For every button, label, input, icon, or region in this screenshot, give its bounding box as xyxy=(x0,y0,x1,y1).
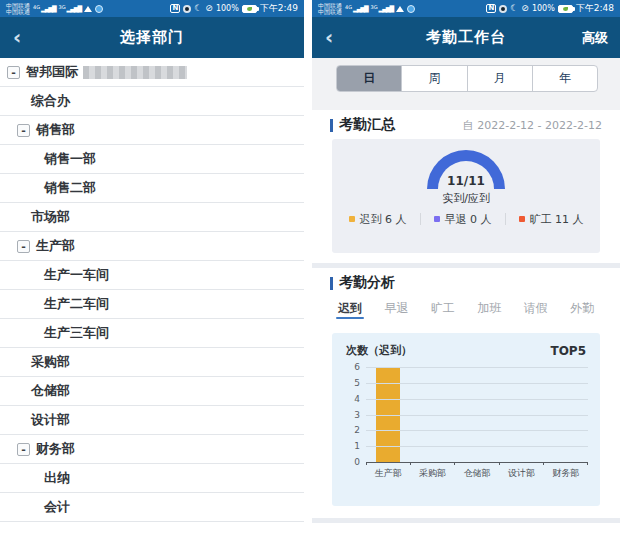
tree-row[interactable]: 生产三车间 xyxy=(0,319,304,348)
status-bar: 中国联通 中国联通 4G ▂▄▆█ 3G ▂▄▆█ N ☾ ⊘ 100% 下午2… xyxy=(0,0,304,17)
tab-early-leave[interactable]: 早退 xyxy=(382,296,410,320)
advanced-button[interactable]: 高级 xyxy=(582,17,608,58)
app-notification-icon xyxy=(407,5,415,13)
legend-swatch-late xyxy=(349,216,355,222)
carrier-line2: 中国联通 xyxy=(6,9,30,15)
gridline xyxy=(366,399,588,400)
x-tick-label: 设计部 xyxy=(499,467,543,480)
network-type-label-2: 3G xyxy=(371,5,378,10)
tree-row-label: 财务部 xyxy=(36,440,75,458)
nfc-icon: N xyxy=(486,4,496,13)
tree-row-label: 销售部 xyxy=(36,121,75,139)
top5-badge: TOP5 xyxy=(550,344,586,358)
y-tick-label: 2 xyxy=(340,425,360,435)
night-mode-icon: ☾ xyxy=(510,4,518,13)
tree-row[interactable]: - 智邦国际 xyxy=(0,58,304,87)
redacted-text xyxy=(83,66,187,79)
tree-row-label: 生产部 xyxy=(36,237,75,255)
screenshot-canvas: 中国联通 中国联通 4G ▂▄▆█ 3G ▂▄▆█ N ☾ ⊘ 100% 下午2… xyxy=(0,0,620,533)
page-title: 选择部门 xyxy=(0,17,304,58)
tab-field-work[interactable]: 外勤 xyxy=(568,296,596,320)
tab-late[interactable]: 迟到 xyxy=(336,296,364,320)
section-title: 考勤汇总 xyxy=(339,116,395,134)
tree-row-label: 销售一部 xyxy=(44,150,96,168)
gauge-value: 11/11 xyxy=(407,174,525,188)
tree-row-label: 生产三车间 xyxy=(44,324,109,342)
battery-icon xyxy=(558,5,573,13)
segment-year[interactable]: 年 xyxy=(532,66,597,91)
y-tick-label: 6 xyxy=(340,362,360,372)
attendance-summary-card: 11/11 实到/应到 迟到 6 人 早退 0 人 旷工 11 人 xyxy=(332,139,600,253)
collapse-toggle-icon[interactable]: - xyxy=(17,124,30,137)
y-tick-label: 5 xyxy=(340,378,360,388)
carrier-line2: 中国联通 xyxy=(318,9,342,15)
legend-swatch-absent xyxy=(519,216,525,222)
tree-row[interactable]: 仓储部 xyxy=(0,377,304,406)
section-accent-bar xyxy=(330,277,333,290)
legend-label: 旷工 11 人 xyxy=(530,212,584,227)
legend-label: 迟到 6 人 xyxy=(360,212,407,227)
collapse-toggle-icon[interactable]: - xyxy=(17,240,30,253)
back-button[interactable]: ‹ xyxy=(13,27,21,47)
x-tick-label: 仓储部 xyxy=(455,467,499,480)
analysis-section-header: 考勤分析 xyxy=(312,272,620,294)
segment-day[interactable]: 日 xyxy=(337,66,401,91)
tree-row[interactable]: 生产一车间 xyxy=(0,261,304,290)
tab-absent[interactable]: 旷工 xyxy=(429,296,457,320)
segment-month[interactable]: 月 xyxy=(467,66,532,91)
y-tick-label: 0 xyxy=(340,457,360,467)
tree-row[interactable]: 会计 xyxy=(0,493,304,522)
wifi-icon xyxy=(84,6,92,12)
battery-percent: 100% xyxy=(532,4,555,13)
signal-icon: 4G ▂▄▆█ xyxy=(33,5,56,12)
signal-bars-icon: ▂▄▆█ xyxy=(353,5,367,12)
tick-mark xyxy=(410,462,454,465)
x-axis-ticks xyxy=(366,462,588,465)
clock-time: 下午2:49 xyxy=(260,2,298,15)
tree-row-label: 设计部 xyxy=(31,411,70,429)
segment-week[interactable]: 周 xyxy=(401,66,466,91)
tree-row-label: 综合办 xyxy=(31,92,70,110)
tree-row[interactable]: 生产二车间 xyxy=(0,290,304,319)
late-count-chart-card: 次数（迟到） TOP5 0123456 生产部 xyxy=(332,333,600,506)
date-range-label: 自 2022-2-12 - 2022-2-12 xyxy=(463,118,602,133)
tree-row[interactable]: - 销售部 xyxy=(0,116,304,145)
tree-row[interactable]: - 生产部 xyxy=(0,232,304,261)
attendance-gauge: 11/11 实到/应到 xyxy=(427,150,505,189)
tree-row-label: 智邦国际 xyxy=(26,63,78,81)
battery-icon xyxy=(242,5,257,13)
carrier-label: 中国联通 中国联通 xyxy=(318,3,342,15)
tree-row[interactable]: 销售一部 xyxy=(0,145,304,174)
screen-record-icon xyxy=(499,5,507,13)
legend-item-absent: 旷工 11 人 xyxy=(506,212,597,227)
tick-mark xyxy=(499,462,543,465)
collapse-toggle-icon[interactable]: - xyxy=(17,443,30,456)
network-type-label-2: 3G xyxy=(59,5,66,10)
tab-leave[interactable]: 请假 xyxy=(522,296,550,320)
status-bar: 中国联通 中国联通 4G ▂▄▆█ 3G ▂▄▆█ N ☾ ⊘ 100% 下午2… xyxy=(312,0,620,17)
gridline xyxy=(366,446,588,447)
collapse-toggle-icon[interactable]: - xyxy=(7,66,20,79)
signal-icon: 4G ▂▄▆█ xyxy=(345,5,368,12)
app-header: ‹ 选择部门 xyxy=(0,17,304,58)
y-tick-label: 3 xyxy=(340,410,360,420)
tree-row[interactable]: 市场部 xyxy=(0,203,304,232)
tree-row[interactable]: 综合办 xyxy=(0,87,304,116)
gridline xyxy=(366,383,588,384)
gridline xyxy=(366,367,588,368)
tree-row[interactable]: 设计部 xyxy=(0,406,304,435)
tree-row[interactable]: 销售二部 xyxy=(0,174,304,203)
tree-row[interactable]: - 财务部 xyxy=(0,435,304,464)
chart-header: 次数（迟到） TOP5 xyxy=(346,343,586,358)
mute-icon: ⊘ xyxy=(205,4,213,13)
bar-plot: 0123456 xyxy=(366,367,588,462)
wifi-icon xyxy=(396,6,404,12)
tab-overtime[interactable]: 加班 xyxy=(475,296,503,320)
back-button[interactable]: ‹ xyxy=(325,27,333,47)
carrier-label: 中国联通 中国联通 xyxy=(6,3,30,15)
tree-row[interactable]: 出纳 xyxy=(0,464,304,493)
analysis-tabs: 迟到 早退 旷工 加班 请假 外勤 xyxy=(336,296,596,320)
tree-row[interactable]: 采购部 xyxy=(0,348,304,377)
left-screen-select-department: 中国联通 中国联通 4G ▂▄▆█ 3G ▂▄▆█ N ☾ ⊘ 100% 下午2… xyxy=(0,0,304,533)
section-accent-bar xyxy=(330,119,333,132)
